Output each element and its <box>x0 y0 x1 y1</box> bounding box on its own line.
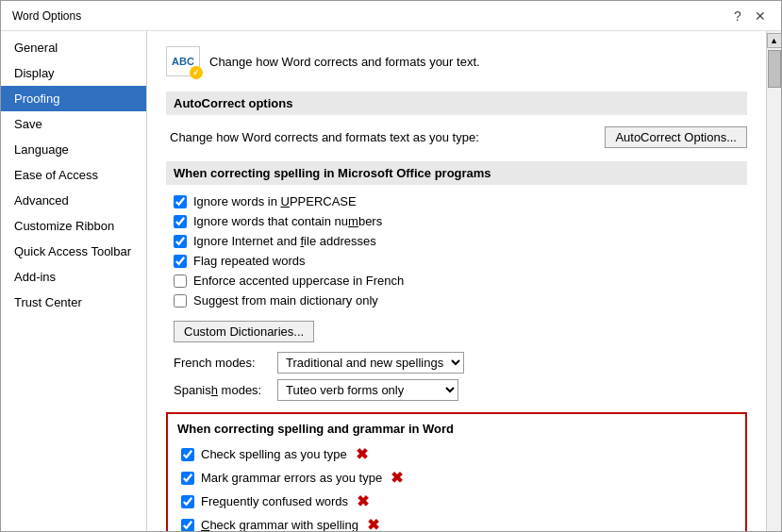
french-modes-select[interactable]: Traditional and new spellings Traditiona… <box>277 352 464 374</box>
frequently-underline: q <box>220 494 226 508</box>
checkbox-ignore-internet-label: Ignore Internet and file addresses <box>193 234 376 248</box>
checkbox-enforce-accented-label: Enforce accented uppercase in French <box>193 274 404 288</box>
scrollbar-track: ▲ <box>766 31 781 531</box>
checkbox-ignore-uppercase-label: Ignore words in UPPERCASE <box>193 194 357 208</box>
main-content: ABC ✓ Change how Word corrects and forma… <box>147 31 766 531</box>
checkbox-mark-grammar-type-label: Mark grammar errors as you type <box>201 471 382 485</box>
office-spelling-section-header: When correcting spelling in Microsoft Of… <box>166 161 747 185</box>
checkbox-enforce-accented-input[interactable] <box>174 274 187 288</box>
help-button[interactable]: ? <box>728 7 747 25</box>
spanish-modes-select[interactable]: Tuteo verb forms only Voseo verb forms o… <box>277 379 458 401</box>
spanish-modes-label: Spanish modes: <box>174 383 268 397</box>
checkbox-confused-words-input[interactable] <box>181 495 194 508</box>
title-bar: Word Options ? ✕ <box>1 1 781 31</box>
french-modes-row: French modes: Traditional and new spelli… <box>166 352 747 374</box>
checkbox-check-grammar-spelling-label: Check grammar with spelling <box>201 518 358 531</box>
sidebar-item-language[interactable]: Language <box>1 137 146 162</box>
autocorrect-row: Change how Word corrects and formats tex… <box>166 126 747 148</box>
word-spelling-section-header: When correcting spelling and grammar in … <box>177 422 736 436</box>
checkmark-badge: ✓ <box>190 66 203 79</box>
numbers-underline: m <box>348 214 358 228</box>
checkbox-ignore-internet: Ignore Internet and file addresses <box>166 234 747 248</box>
sidebar-item-add-ins[interactable]: Add-ins <box>1 264 146 290</box>
checkbox-flag-repeated-input[interactable] <box>174 255 187 268</box>
title-bar-left: Word Options <box>12 9 81 23</box>
checkbox-ignore-internet-input[interactable] <box>174 235 187 248</box>
checkbox-confused-words: Frequently confused words ✖ <box>177 492 736 510</box>
scroll-thumb[interactable] <box>768 50 781 88</box>
spanish-modes-row: Spanish modes: Tuteo verb forms only Vos… <box>166 379 747 401</box>
dialog-title: Word Options <box>12 9 81 23</box>
checkbox-flag-repeated-label: Flag repeated words <box>193 254 306 268</box>
proofing-icon: ABC ✓ <box>166 46 200 76</box>
file-underline: f <box>300 234 304 248</box>
check-underline: C <box>201 518 209 531</box>
checkbox-check-spelling-type-input[interactable] <box>181 448 194 461</box>
spanish-underline: h <box>211 383 218 397</box>
title-bar-controls: ? ✕ <box>728 7 770 25</box>
sidebar-item-proofing[interactable]: Proofing <box>1 86 146 111</box>
checkbox-confused-words-label: Frequently confused words <box>201 494 348 508</box>
checkbox-suggest-main-input[interactable] <box>174 294 187 308</box>
checkbox-ignore-uppercase-input[interactable] <box>174 195 187 208</box>
checkbox-check-spelling-type-label: Check spelling as you type <box>201 447 347 461</box>
autocorrect-description: Change how Word corrects and formats tex… <box>170 130 479 144</box>
word-options-dialog: Word Options ? ✕ General Display Proofin… <box>0 0 782 532</box>
close-button[interactable]: ✕ <box>751 7 770 25</box>
header-area: ABC ✓ Change how Word corrects and forma… <box>166 46 747 76</box>
checkbox-check-grammar-spelling: Check grammar with spelling ✖ <box>177 516 736 531</box>
checkbox-mark-grammar-type-input[interactable] <box>181 472 194 485</box>
checkbox-suggest-main: Suggest from main dictionary only <box>166 293 747 308</box>
checkbox-check-grammar-spelling-input[interactable] <box>181 519 194 532</box>
checkbox-ignore-numbers-input[interactable] <box>174 215 187 228</box>
autocorrect-options-button[interactable]: AutoCorrect Options... <box>605 126 747 148</box>
sidebar: General Display Proofing Save Language E… <box>1 31 147 531</box>
sidebar-item-advanced[interactable]: Advanced <box>1 188 146 213</box>
sidebar-item-customize-ribbon[interactable]: Customize Ribbon <box>1 213 146 239</box>
uppercase-underline: U <box>281 194 290 208</box>
checkbox-flag-repeated: Flag repeated words <box>166 254 747 268</box>
checkbox-ignore-numbers: Ignore words that contain numbers <box>166 214 747 228</box>
sidebar-item-quick-access[interactable]: Quick Access Toolbar <box>1 239 146 264</box>
word-spelling-section: When correcting spelling and grammar in … <box>166 412 747 531</box>
scroll-up-button[interactable]: ▲ <box>767 33 782 48</box>
dialog-body: General Display Proofing Save Language E… <box>1 31 781 531</box>
sidebar-item-display[interactable]: Display <box>1 60 146 86</box>
red-x-confused-words: ✖ <box>357 492 369 510</box>
checkbox-ignore-uppercase: Ignore words in UPPERCASE <box>166 194 747 208</box>
custom-dictionaries-button[interactable]: Custom Dictionaries... <box>174 321 314 342</box>
checkbox-suggest-main-label: Suggest from main dictionary only <box>193 293 378 308</box>
sidebar-item-trust-center[interactable]: Trust Center <box>1 290 146 315</box>
checkbox-ignore-numbers-label: Ignore words that contain numbers <box>193 214 382 228</box>
checkbox-enforce-accented: Enforce accented uppercase in French <box>166 274 747 288</box>
french-modes-label: French modes: <box>174 356 268 370</box>
sidebar-item-general[interactable]: General <box>1 35 146 60</box>
checkbox-check-spelling-type: Check spelling as you type ✖ <box>177 445 736 463</box>
red-x-check-grammar: ✖ <box>367 516 379 531</box>
checkbox-mark-grammar-type: Mark grammar errors as you type ✖ <box>177 469 736 487</box>
autocorrect-section-header: AutoCorrect options <box>166 91 747 115</box>
red-x-mark-grammar: ✖ <box>391 469 403 487</box>
sidebar-item-ease-of-access[interactable]: Ease of Access <box>1 162 146 188</box>
red-x-check-spelling: ✖ <box>356 445 368 463</box>
header-text: Change how Word corrects and formats you… <box>209 55 480 69</box>
sidebar-item-save[interactable]: Save <box>1 111 146 137</box>
